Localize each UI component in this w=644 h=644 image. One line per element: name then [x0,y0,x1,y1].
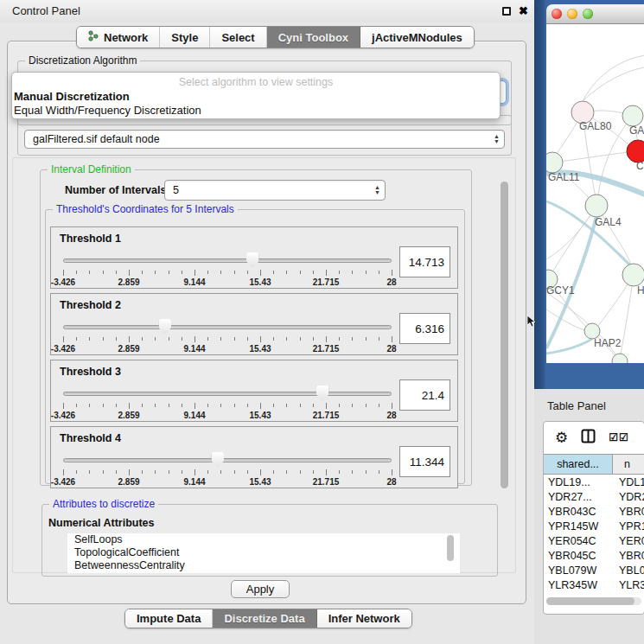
cell-shared-name: YIL052C [544,594,613,596]
slider-thumb[interactable] [316,386,329,401]
close-icon[interactable]: ✖ [519,4,528,17]
slider-thumb[interactable] [158,319,171,335]
scrollbar-thumb[interactable] [546,597,634,605]
control-panel: Control Panel ✖ NetworkStyleSelectCyni T… [0,0,534,644]
apply-button[interactable]: Apply [231,580,290,598]
tab-cyni-toolbox[interactable]: Cyni Toolbox [267,27,360,48]
slider-ticks [63,403,392,410]
tab-infer-network[interactable]: Infer Network [317,609,411,628]
attribute-list-item[interactable]: BetweennessCentrality [67,559,460,572]
slider-thumb[interactable] [246,252,259,268]
slider-scale-labels: -3.4262.8599.14415.4321.71528 [63,277,392,288]
threshold-label: Threshold 4 [60,432,121,444]
table-data-combobox[interactable]: galFiltered.sif default node ▲▼ [24,130,505,149]
table-row[interactable]: YIL052CYIL0 [544,592,644,596]
scale-label: 21.715 [313,477,340,487]
table-row[interactable]: YBR043CYBR0 [544,504,644,519]
scale-label: 15.43 [249,411,271,420]
threshold-slider[interactable]: -3.4262.8599.14415.4321.71528 [63,385,392,421]
tab-label: Discretize Data [224,612,304,625]
slider-track [63,258,392,263]
threshold-slider[interactable]: -3.4262.8599.14415.4321.71528 [63,451,392,488]
tab-label: Infer Network [328,612,400,625]
network-window-titlebar[interactable] [546,4,644,24]
slider-thumb[interactable] [211,452,224,468]
cell-shared-name: YBL079W [544,564,613,577]
network-node-label: H [637,284,644,296]
float-window-icon[interactable] [502,7,511,16]
table-data-combobox-value: galFiltered.sif default node [25,133,489,145]
table-row[interactable]: YDL19...YDL1 [544,475,644,489]
scale-label: 2.859 [118,277,139,287]
dropdown-option-manual-discretization[interactable]: Manual Discretization [14,90,130,103]
network-node[interactable] [622,105,643,126]
gear-icon[interactable]: ⚙ [555,430,568,445]
network-canvas[interactable]: GAL80GACGAL11GAL4GCY1HHAP2 [546,24,644,363]
number-of-intervals-combobox[interactable]: 5 ▲▼ [164,180,386,201]
tab-select[interactable]: Select [210,27,266,48]
threshold-label: Threshold 3 [60,366,121,378]
checkbox-checked-icon[interactable]: ☑☑ [609,431,629,443]
table-row[interactable]: YDR27...YDR2 [544,489,644,504]
cell-shared-name: YBR045C [544,550,613,562]
group-title: Interval Definition [48,163,135,175]
number-of-intervals-label: Number of Intervals [65,184,166,196]
threshold-slider[interactable]: -3.4262.8599.14415.4321.71528 [63,252,392,288]
cell-shared-name: YBR043C [544,506,613,518]
algorithm-dropdown-popup: Select algorithm to view settings Manual… [11,72,501,119]
network-node[interactable] [585,194,608,217]
network-node[interactable] [546,152,563,173]
threshold-label: Threshold 1 [60,233,121,245]
close-traffic-light-icon[interactable] [552,9,562,19]
scale-label: 28 [386,477,396,487]
table-row[interactable]: YPR145WYPR1 [544,519,644,533]
cell-name: YLR3 [613,579,644,591]
network-node-label: GA [629,124,644,137]
vertical-scrollbar[interactable] [501,182,508,488]
network-edge [552,152,629,163]
tab-jactivemnodules[interactable]: jActiveMNodules [360,27,474,48]
table-row[interactable]: YBL079WYBL0 [544,563,644,577]
table-row[interactable]: YLR345WYLR3 [544,577,644,592]
table-row[interactable]: YER054CYER0 [544,533,644,548]
table-panel: Table Panel ⚙ ☑☑ shared... n YDL19...YDL… [534,389,644,644]
column-header-name[interactable]: n [613,455,644,474]
cell-name: YPR1 [613,520,644,532]
network-node[interactable] [622,264,644,286]
table-card: ⚙ ☑☑ shared... n YDL19...YDL1YDR27...YDR… [543,421,644,615]
slider-track [63,325,392,329]
threshold-value-field[interactable]: 6.316 [399,313,450,344]
numerical-attributes-list[interactable]: SelfLoopsTopologicalCoefficientBetweenne… [67,533,460,573]
list-scrollbar[interactable] [447,535,454,561]
threshold-value-field[interactable]: 11.344 [399,446,450,477]
tab-discretize-data[interactable]: Discretize Data [213,609,316,628]
table-row[interactable]: YBR045CYBR0 [544,548,644,563]
stepper-arrows-icon[interactable]: ▲▼ [489,131,504,148]
column-header-shared-name[interactable]: shared... [544,455,613,474]
tab-style[interactable]: Style [160,27,210,48]
cell-name: YBL0 [613,564,644,577]
split-columns-icon[interactable] [581,429,596,447]
slider-track [63,458,392,462]
threshold-4-panel: Threshold 4-3.4262.8599.14415.4321.71528… [50,426,458,488]
stepper-arrows-icon[interactable]: ▲▼ [370,181,385,200]
tab-impute-data[interactable]: Impute Data [125,609,213,628]
tab-label: Select [221,31,254,44]
network-graph: GAL80GACGAL11GAL4GCY1HHAP2 [546,24,644,363]
cell-name: YER0 [613,535,644,547]
attribute-list-item[interactable]: TopologicalCoefficient [67,546,460,559]
scale-label: 9.144 [183,477,205,487]
horizontal-scrollbar[interactable] [546,597,641,605]
scale-label: -3.426 [51,477,75,487]
threshold-1-panel: Threshold 1-3.4262.8599.14415.4321.71528… [50,226,458,289]
threshold-value-field[interactable]: 21.4 [399,379,450,411]
threshold-slider[interactable]: -3.4262.8599.14415.4321.71528 [63,318,392,354]
minimize-traffic-light-icon[interactable] [567,9,577,19]
dropdown-option-equal-width-frequency[interactable]: Equal Width/Frequency Discretization [14,104,201,117]
tab-network[interactable]: Network [77,27,160,48]
attribute-list-item[interactable]: SelfLoops [67,533,460,546]
scale-label: 9.144 [183,277,205,287]
scale-label: -3.426 [51,411,75,420]
threshold-value-field[interactable]: 14.713 [399,246,450,277]
zoom-traffic-light-icon[interactable] [583,9,593,19]
